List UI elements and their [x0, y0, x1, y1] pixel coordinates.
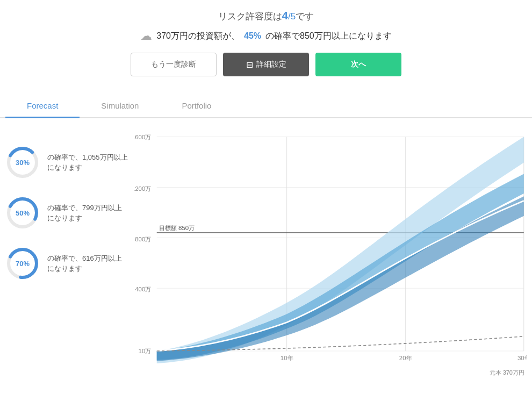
settings-label: 詳細設定 — [256, 60, 286, 69]
left-panel: 30% の確率で、1,055万円以上 になります 50% の確率で、799万円以… — [5, 129, 129, 377]
settings-icon: ⊟ — [246, 60, 253, 70]
retry-button[interactable]: もう一度診断 — [131, 53, 217, 76]
forecast-chart: 1600万 1200万 800万 400万 10万 目標額 850万 — [134, 129, 527, 364]
subtitle-pre: 370万円の投資額が、 — [156, 31, 240, 42]
stat-line1-70: の確率で、616万円以上 — [47, 253, 122, 264]
donut-70: 70% — [5, 246, 40, 281]
cloud-icon: ☁ — [140, 29, 152, 43]
stat-row-70: 70% の確率で、616万円以上 になります — [5, 246, 129, 281]
svg-text:1200万: 1200万 — [134, 185, 151, 192]
svg-text:10年: 10年 — [281, 355, 293, 361]
donut-70-label: 70% — [16, 260, 30, 268]
svg-text:800万: 800万 — [135, 236, 151, 242]
stat-row-30: 30% の確率で、1,055万円以上 になります — [5, 145, 129, 180]
risk-suffix: です — [296, 11, 314, 22]
origin-label: 元本 370万円 — [134, 369, 527, 377]
stat-text-70: の確率で、616万円以上 になります — [47, 253, 122, 274]
top-section: リスク許容度は4/5です ☁ 370万円の投資額が、45%の確率で850万円以上… — [0, 0, 532, 95]
donut-50-label: 50% — [16, 209, 30, 217]
chart-area: 1600万 1200万 800万 400万 10万 目標額 850万 — [134, 129, 527, 377]
stat-line1-30: の確率で、1,055万円以上 — [47, 152, 128, 163]
risk-denom: 5 — [291, 11, 296, 22]
risk-value: 4 — [282, 10, 288, 22]
risk-prefix: リスク許容度は — [218, 11, 282, 22]
stat-line1-50: の確率で、799万円以上 — [47, 203, 122, 213]
svg-text:30年: 30年 — [517, 355, 527, 361]
main-content: 30% の確率で、1,055万円以上 になります 50% の確率で、799万円以… — [0, 118, 532, 382]
svg-text:1600万: 1600万 — [134, 134, 151, 140]
button-row: もう一度診断 ⊟ 詳細設定 次へ — [11, 53, 521, 76]
stat-line2-50: になります — [47, 213, 122, 224]
subtitle-pct: 45% — [244, 31, 261, 41]
next-button[interactable]: 次へ — [315, 53, 401, 76]
donut-50: 50% — [5, 196, 40, 230]
subtitle-row: ☁ 370万円の投資額が、45%の確率で850万円以上になります — [11, 29, 521, 43]
subtitle-post: の確率で850万円以上になります — [265, 31, 392, 42]
risk-title: リスク許容度は4/5です — [11, 10, 521, 23]
donut-30: 30% — [5, 145, 40, 180]
tab-portfolio[interactable]: Portfolio — [160, 95, 233, 118]
donut-30-label: 30% — [16, 159, 30, 167]
stat-text-50: の確率で、799万円以上 になります — [47, 203, 122, 224]
settings-button[interactable]: ⊟ 詳細設定 — [223, 53, 309, 76]
svg-text:目標額 850万: 目標額 850万 — [159, 225, 195, 231]
stat-text-30: の確率で、1,055万円以上 になります — [47, 152, 128, 173]
svg-text:10万: 10万 — [139, 348, 152, 354]
svg-text:20年: 20年 — [399, 355, 412, 361]
stat-line2-30: になります — [47, 162, 128, 173]
stat-row-50: 50% の確率で、799万円以上 になります — [5, 196, 129, 230]
tab-forecast[interactable]: Forecast — [5, 95, 80, 118]
tab-simulation[interactable]: Simulation — [80, 95, 160, 118]
stat-line2-70: になります — [47, 263, 122, 274]
svg-text:400万: 400万 — [135, 286, 151, 292]
tabs: Forecast Simulation Portfolio — [0, 95, 532, 118]
